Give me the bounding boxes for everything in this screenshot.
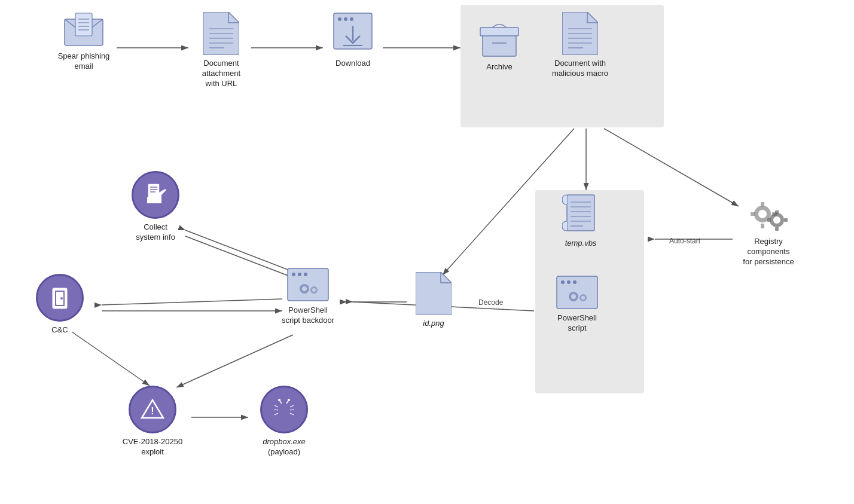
powershell-script-icon — [556, 275, 599, 310]
id-png-label: id.png — [423, 319, 444, 329]
auto-start-label: Auto-start — [669, 237, 700, 246]
svg-point-98 — [278, 399, 280, 401]
download-label: Download — [336, 59, 370, 69]
cc-label: C&C — [51, 325, 68, 335]
svg-rect-19 — [75, 13, 92, 36]
svg-rect-71 — [784, 218, 788, 222]
node-powershell-script: PowerShellscript — [541, 275, 613, 334]
doc-attachment-label: Documentattachmentwith URL — [202, 59, 240, 89]
doc-malicious-icon — [562, 12, 598, 55]
svg-text:!: ! — [151, 406, 154, 416]
svg-point-59 — [581, 296, 585, 300]
node-registry: Registrycomponentsfor persistence — [730, 197, 807, 267]
spear-phishing-icon — [62, 12, 105, 48]
powershell-script-label: PowerShellscript — [557, 313, 597, 334]
download-icon — [333, 12, 373, 55]
svg-rect-69 — [775, 227, 779, 231]
id-png-icon — [416, 272, 452, 315]
svg-point-53 — [561, 280, 565, 284]
node-dropbox: dropbox.exe(payload) — [245, 386, 323, 457]
svg-line-15 — [72, 332, 150, 386]
svg-marker-72 — [416, 272, 452, 315]
svg-line-103 — [290, 405, 294, 407]
node-download: Download — [323, 12, 383, 69]
svg-line-100 — [274, 405, 278, 407]
temp-vbs-icon — [562, 190, 599, 235]
svg-rect-68 — [775, 210, 779, 214]
node-auto-start: Auto-start — [658, 233, 712, 246]
node-spear-phishing: Spear phishing email — [51, 12, 117, 72]
svg-line-13 — [102, 299, 282, 305]
dropbox-icon — [260, 386, 308, 433]
svg-point-67 — [773, 216, 780, 224]
svg-point-76 — [304, 273, 307, 276]
node-cc: C&C — [33, 274, 87, 335]
doc-malicious-label: Document withmalicious macro — [552, 59, 608, 79]
collect-info-label: Collectsystem info — [136, 222, 175, 243]
svg-point-75 — [298, 273, 301, 276]
svg-point-88 — [60, 297, 63, 300]
svg-rect-62 — [761, 202, 764, 207]
powershell-backdoor-label: PowerShellscript backdoor — [282, 306, 334, 326]
registry-icon — [748, 197, 789, 233]
spear-phishing-label: Spear phishing email — [51, 51, 117, 72]
svg-point-78 — [302, 286, 307, 291]
svg-point-57 — [571, 294, 576, 299]
cc-icon — [36, 274, 84, 322]
svg-line-101 — [274, 410, 278, 410]
cve-label: CVE-2018-20250exploit — [123, 437, 182, 457]
svg-point-33 — [350, 17, 353, 21]
temp-vbs-label: temp.vbs — [565, 239, 597, 249]
node-temp-vbs: temp.vbs — [548, 190, 614, 249]
node-id-png: id.png — [407, 272, 460, 329]
svg-rect-36 — [483, 33, 516, 56]
svg-line-105 — [290, 413, 294, 415]
svg-line-102 — [274, 413, 278, 415]
node-doc-malicious: Document withmalicious macro — [544, 12, 616, 79]
cve-icon: ! — [129, 386, 176, 433]
collect-info-icon — [132, 171, 179, 219]
svg-rect-37 — [480, 28, 518, 36]
node-collect-info: Collectsystem info — [117, 171, 194, 243]
svg-point-99 — [288, 399, 290, 401]
svg-point-55 — [573, 280, 577, 284]
svg-rect-45 — [567, 195, 594, 231]
node-archive: Archive — [472, 17, 526, 72]
svg-point-31 — [338, 17, 341, 21]
archive-icon — [478, 17, 521, 59]
svg-line-104 — [290, 410, 294, 410]
archive-label: Archive — [486, 62, 512, 72]
node-powershell-backdoor: PowerShellscript backdoor — [269, 267, 347, 326]
svg-rect-64 — [751, 212, 755, 216]
svg-point-74 — [292, 273, 295, 276]
powershell-backdoor-icon — [286, 267, 330, 302]
node-doc-attachment: Documentattachmentwith URL — [188, 12, 254, 89]
diagram: Spear phishing email Documentattachmentw… — [0, 0, 854, 504]
registry-label: Registrycomponentsfor persistence — [743, 237, 794, 267]
svg-rect-70 — [767, 218, 771, 222]
node-cve: ! CVE-2018-20250exploit — [111, 386, 194, 457]
dropbox-label: dropbox.exe(payload) — [263, 437, 306, 457]
svg-line-16 — [176, 335, 293, 387]
doc-attachment-icon — [203, 12, 239, 55]
decode-label: Decode — [478, 298, 503, 307]
svg-point-32 — [344, 17, 347, 21]
svg-rect-63 — [761, 224, 764, 228]
svg-point-61 — [758, 210, 767, 218]
svg-point-54 — [567, 280, 571, 284]
svg-point-80 — [312, 288, 316, 292]
